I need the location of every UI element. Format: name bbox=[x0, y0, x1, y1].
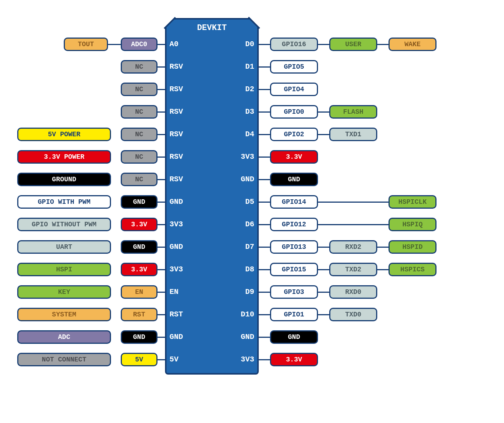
right-pin-8: D6 bbox=[224, 220, 254, 229]
left-pin-3: RSV bbox=[170, 107, 200, 116]
left-r7-c2: GND bbox=[121, 195, 158, 209]
legend-adc: ADC bbox=[17, 330, 111, 344]
legend-hspi: HSPI bbox=[17, 263, 111, 276]
right-r2-c0: GPIO4 bbox=[270, 83, 318, 96]
legend-pwr3v3: 3.3V POWER bbox=[17, 150, 111, 164]
right-r8-c0: GPIO12 bbox=[270, 218, 318, 231]
left-pin-1: RSV bbox=[170, 62, 200, 71]
right-r4-c0: GPIO2 bbox=[270, 128, 318, 141]
right-pin-14: 3V3 bbox=[224, 355, 254, 364]
left-r6-c2: NC bbox=[121, 173, 158, 186]
right-r11-c1: RXD0 bbox=[329, 285, 377, 299]
right-r3-c0: GPIO0 bbox=[270, 105, 318, 119]
left-pin-7: GND bbox=[170, 197, 200, 206]
left-pin-10: 3V3 bbox=[170, 265, 200, 274]
right-r9-c0: GPIO13 bbox=[270, 240, 318, 254]
right-r6-c0: GND bbox=[270, 173, 318, 186]
left-r1-c2: NC bbox=[121, 60, 158, 74]
left-pin-12: RST bbox=[170, 310, 200, 319]
left-r14-c2: 5V bbox=[121, 353, 158, 366]
left-pin-0: A0 bbox=[170, 40, 200, 48]
left-r12-c2: RST bbox=[121, 308, 158, 321]
right-r0-c0: GPIO16 bbox=[270, 38, 318, 51]
right-r0-c1: USER bbox=[329, 38, 377, 51]
right-pin-13: GND bbox=[224, 333, 254, 341]
left-r0-c2: ADC0 bbox=[121, 38, 158, 51]
legend-system: SYSTEM bbox=[17, 308, 111, 321]
right-r14-c0: 3.3V bbox=[270, 353, 318, 366]
module-title: DEVKIT bbox=[165, 23, 259, 33]
right-pin-2: D2 bbox=[224, 85, 254, 93]
right-r1-c0: GPIO5 bbox=[270, 60, 318, 74]
left-r3-c2: NC bbox=[121, 105, 158, 119]
right-pin-4: D4 bbox=[224, 130, 254, 138]
left-r10-c2: 3.3V bbox=[121, 263, 158, 276]
legend-gpio_nopwm: GPIO WITHOUT PWM bbox=[17, 218, 111, 231]
left-r8-c2: 3.3V bbox=[121, 218, 158, 231]
left-pin-4: RSV bbox=[170, 130, 200, 138]
left-pin-9: GND bbox=[170, 242, 200, 251]
right-r0-c2: WAKE bbox=[388, 38, 436, 51]
right-r11-c0: GPIO3 bbox=[270, 285, 318, 299]
right-r7-c0: GPIO14 bbox=[270, 195, 318, 209]
right-pin-10: D8 bbox=[224, 265, 254, 274]
right-pin-7: D5 bbox=[224, 197, 254, 206]
legend-uart: UART bbox=[17, 240, 111, 254]
right-r13-c0: GND bbox=[270, 330, 318, 344]
right-r12-c1: TXD0 bbox=[329, 308, 377, 321]
left-pin-13: GND bbox=[170, 333, 200, 341]
right-r9-c2: HSPID bbox=[388, 240, 436, 254]
right-pin-11: D9 bbox=[224, 288, 254, 296]
legend-pwr5v: 5V POWER bbox=[17, 128, 111, 141]
left-pin-11: EN bbox=[170, 288, 200, 296]
left-r11-c2: EN bbox=[121, 285, 158, 299]
right-r3-c1: FLASH bbox=[329, 105, 377, 119]
right-r10-c1: TXD2 bbox=[329, 263, 377, 276]
left-r4-c2: NC bbox=[121, 128, 158, 141]
right-r10-c0: GPIO15 bbox=[270, 263, 318, 276]
module-body bbox=[165, 18, 259, 375]
right-r5-c0: 3.3V bbox=[270, 150, 318, 164]
left-pin-6: RSV bbox=[170, 175, 200, 184]
right-r9-c1: RXD2 bbox=[329, 240, 377, 254]
right-r8-c2: HSPIQ bbox=[388, 218, 436, 231]
left-r2-c2: NC bbox=[121, 83, 158, 96]
left-r5-c2: NC bbox=[121, 150, 158, 164]
legend-gnd: GROUND bbox=[17, 173, 111, 186]
right-r4-c1: TXD1 bbox=[329, 128, 377, 141]
right-pin-12: D10 bbox=[224, 310, 254, 319]
right-r10-c2: HSPICS bbox=[388, 263, 436, 276]
right-pin-9: D7 bbox=[224, 242, 254, 251]
legend-key: KEY bbox=[17, 285, 111, 299]
left-r0-c1: TOUT bbox=[64, 38, 108, 51]
legend-gpio_pwm: GPIO WITH PWM bbox=[17, 195, 111, 209]
left-pin-2: RSV bbox=[170, 85, 200, 93]
right-pin-1: D1 bbox=[224, 62, 254, 71]
legend-nc: NOT CONNECT bbox=[17, 353, 111, 366]
left-r9-c2: GND bbox=[121, 240, 158, 254]
left-pin-5: RSV bbox=[170, 152, 200, 161]
left-pin-14: 5V bbox=[170, 355, 200, 364]
pinout-diagram: DEVKITA0D0RSVD1RSVD2RSVD3RSVD4RSV3V3RSVG… bbox=[0, 0, 504, 423]
right-pin-5: 3V3 bbox=[224, 152, 254, 161]
right-r12-c0: GPIO1 bbox=[270, 308, 318, 321]
left-r13-c2: GND bbox=[121, 330, 158, 344]
right-pin-0: D0 bbox=[224, 40, 254, 48]
left-pin-8: 3V3 bbox=[170, 220, 200, 229]
right-pin-6: GND bbox=[224, 175, 254, 184]
right-pin-3: D3 bbox=[224, 107, 254, 116]
right-r7-c2: HSPICLK bbox=[388, 195, 436, 209]
